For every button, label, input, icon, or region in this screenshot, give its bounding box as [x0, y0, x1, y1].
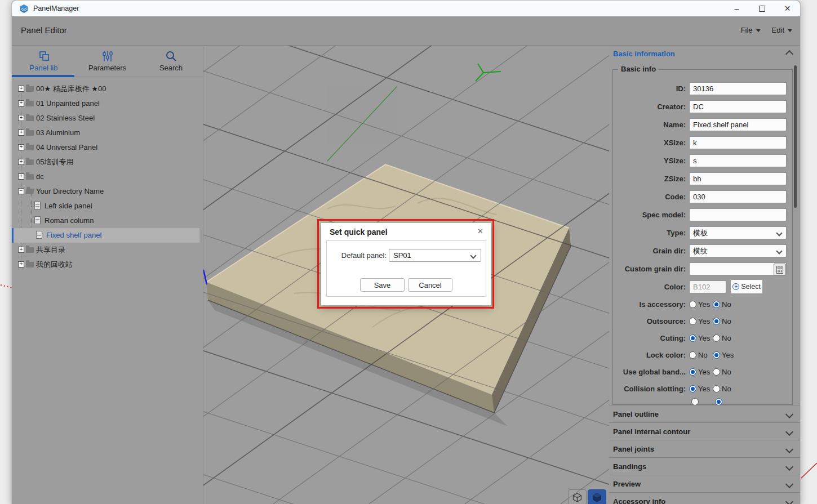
tree-item[interactable]: +03 Aluminium [12, 126, 199, 140]
basic-information-header[interactable]: Basic information [609, 46, 801, 63]
expand-toggle[interactable]: + [18, 100, 24, 106]
color-input [689, 280, 726, 293]
dialog-body: Default panel: SP01 Save Cancel [326, 240, 486, 297]
radio-no[interactable]: No [713, 300, 731, 309]
name-input[interactable] [689, 118, 787, 131]
expand-toggle[interactable]: + [18, 115, 24, 121]
field-row: Custom grain dir: [609, 262, 801, 275]
radio-yes[interactable]: Yes [689, 385, 710, 393]
tree-item[interactable]: +05培训专用 [12, 155, 199, 170]
section-panel-outline[interactable]: Panel outline [609, 405, 801, 422]
code-input[interactable] [689, 190, 787, 203]
zsize-input[interactable] [689, 172, 787, 185]
calculator-button[interactable] [774, 264, 786, 275]
radio-no[interactable]: No [689, 351, 708, 359]
close-icon[interactable]: ✕ [775, 1, 800, 16]
field-row: Spec model: [609, 208, 801, 221]
field-row: Color: +Select [609, 280, 801, 293]
open-folder-icon [25, 189, 34, 194]
tree-item[interactable]: +01 Unpainted panel [12, 96, 199, 111]
chevron-down-icon [785, 480, 793, 488]
solid-view-button[interactable] [588, 489, 606, 504]
radio-yes[interactable]: Yes [689, 300, 710, 309]
section-panel-joints[interactable]: Panel joints [609, 440, 801, 457]
expand-toggle[interactable]: + [18, 144, 24, 150]
maximize-icon[interactable] [749, 1, 775, 16]
chevron-down-icon [776, 248, 782, 254]
field-row: Grain dir:横纹 [609, 244, 801, 257]
expand-toggle[interactable]: − [18, 188, 24, 194]
save-button[interactable]: Save [360, 278, 405, 292]
field-row: Name: [609, 118, 801, 131]
radio-row: Use global band... Yes No [609, 367, 801, 378]
section-accessory-info[interactable]: Accessory info [609, 492, 801, 504]
expand-toggle[interactable]: + [18, 261, 24, 267]
sidebar: Panel lib Parameters [12, 46, 203, 504]
tree-item[interactable]: +04 Universal Panel [12, 140, 199, 155]
radio-no[interactable]: No [713, 385, 731, 393]
panels-icon [38, 51, 50, 62]
sliders-icon [101, 51, 114, 62]
expand-toggle[interactable]: + [18, 247, 24, 253]
section-bandings[interactable]: Bandings [609, 457, 801, 475]
creator-input[interactable] [689, 100, 787, 113]
expand-toggle[interactable]: + [18, 159, 24, 165]
folder-icon [26, 115, 34, 121]
radio-yes[interactable]: Yes [689, 334, 710, 342]
section-panel-internal-contour[interactable]: Panel internal contour [609, 422, 801, 440]
scrollbar-thumb[interactable] [794, 65, 797, 208]
expand-toggle[interactable]: + [18, 86, 24, 92]
tree-item[interactable]: +dc [12, 170, 199, 184]
minimize-icon[interactable]: – [724, 1, 749, 16]
ysize-input[interactable] [689, 154, 787, 167]
xsize-input[interactable] [689, 136, 787, 149]
id-input[interactable] [689, 82, 787, 95]
file-menu[interactable]: File [741, 26, 761, 34]
select-color-button[interactable]: +Select [730, 279, 763, 294]
radio-row: Lock color: No Yes [609, 350, 801, 361]
tree-item[interactable]: +我的回收站 [12, 257, 199, 272]
tree-item[interactable]: +02 Stainless Steel [12, 111, 199, 126]
solid-cube-icon [592, 492, 602, 503]
z-axis-marker [203, 270, 207, 284]
tree-item[interactable]: Left side panel [12, 199, 199, 213]
directory-tree: +00★ 精品库板件 ★00 +01 Unpainted panel +02 S… [12, 82, 203, 318]
section-preview[interactable]: Preview [609, 475, 801, 492]
radio-no[interactable]: No [713, 334, 731, 342]
chevron-up-icon [785, 50, 793, 58]
tab-panel-lib[interactable]: Panel lib [12, 46, 76, 77]
field-row: ZSize: [609, 172, 801, 185]
close-icon[interactable]: ✕ [477, 227, 483, 235]
type-select[interactable]: 横板 [689, 226, 787, 239]
tree-item[interactable]: −Your Directory Name [12, 184, 199, 199]
folder-icon [26, 130, 34, 136]
expand-toggle[interactable]: + [18, 173, 24, 180]
cancel-button[interactable]: Cancel [408, 278, 452, 292]
radio-no[interactable]: No [713, 317, 731, 325]
caret-down-icon [788, 29, 792, 32]
grain-dir-select[interactable]: 横纹 [689, 244, 787, 257]
edit-menu[interactable]: Edit [772, 26, 792, 34]
default-panel-select[interactable]: SP01 [389, 249, 481, 262]
tab-search[interactable]: Search [139, 46, 203, 77]
tree-item[interactable]: +00★ 精品库板件 ★00 [12, 82, 199, 96]
radio-yes[interactable]: Yes [689, 317, 710, 325]
app-logo-icon [19, 4, 29, 14]
spec-model-input[interactable] [689, 208, 787, 221]
plus-circle-icon: + [732, 283, 739, 290]
custom-grain-dir-input[interactable] [689, 262, 787, 275]
chevron-down-icon [785, 411, 793, 418]
wireframe-view-button[interactable] [568, 489, 587, 504]
tab-bar: Panel lib Parameters [12, 46, 203, 77]
tab-parameters[interactable]: Parameters [76, 46, 139, 77]
tree-item[interactable]: Roman column [12, 213, 199, 228]
tree-item[interactable]: +共享目录 [12, 243, 199, 257]
expand-toggle[interactable]: + [18, 130, 24, 136]
field-row: Creator: [609, 100, 801, 113]
radio-no[interactable]: No [713, 368, 731, 376]
tree-item-selected[interactable]: Fixed shelf panel [12, 228, 199, 243]
radio-yes[interactable]: Yes [689, 368, 710, 376]
folder-icon [26, 159, 34, 165]
radio-yes[interactable]: Yes [713, 351, 734, 359]
active-tab-underline [12, 75, 74, 77]
